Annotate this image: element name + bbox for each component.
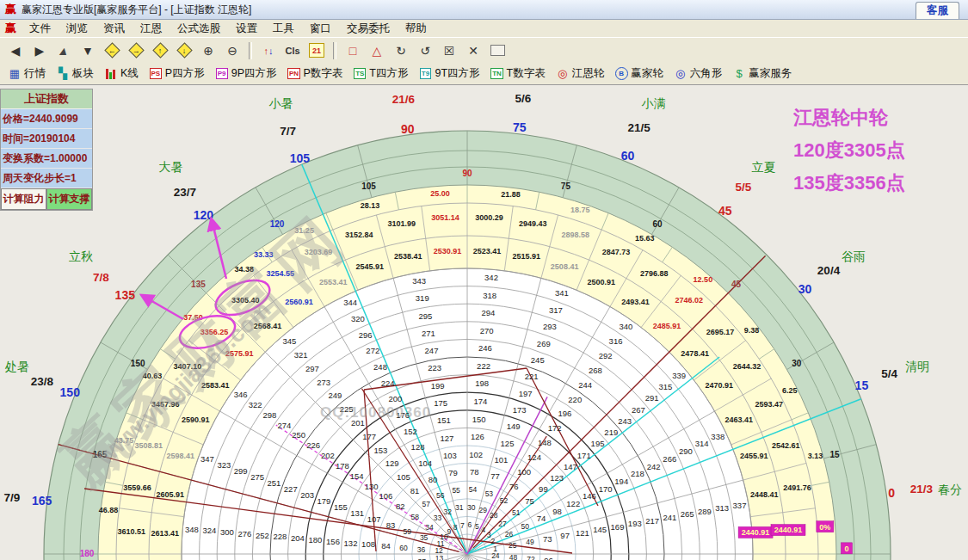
svg-text:165: 165 xyxy=(93,450,108,459)
menu-item-8[interactable]: 交易委托 xyxy=(339,22,398,36)
flag-up-icon[interactable]: ▲ xyxy=(50,40,77,61)
pan-right-icon[interactable]: → xyxy=(125,40,147,61)
view-button-winner-service[interactable]: $赢家服务 xyxy=(730,65,794,82)
back-icon[interactable]: ◀ xyxy=(4,40,27,61)
box-x-icon[interactable]: ☒ xyxy=(438,40,460,61)
svg-text:21/5: 21/5 xyxy=(628,121,651,134)
zoom-in-icon[interactable]: ⊕ xyxy=(197,40,219,61)
rotate-ccw-icon[interactable]: ↺ xyxy=(414,40,436,61)
view-button-winner-wheel[interactable]: B赢家轮 xyxy=(612,65,666,82)
triangle-tool-icon[interactable]: △ xyxy=(366,40,388,61)
svg-text:0%: 0% xyxy=(819,523,830,532)
view-button-9p-square[interactable]: P99P四方形 xyxy=(213,65,280,82)
svg-text:40.63: 40.63 xyxy=(143,372,163,380)
view-button-9t-square[interactable]: T99T四方形 xyxy=(416,65,482,82)
svg-text:147: 147 xyxy=(564,462,577,471)
svg-text:153: 153 xyxy=(373,446,387,455)
view-button-sectors[interactable]: ▚板块 xyxy=(53,65,96,82)
svg-text:60: 60 xyxy=(621,149,635,163)
menu-item-0[interactable]: 文件 xyxy=(22,22,59,36)
svg-text:105: 105 xyxy=(397,472,410,482)
svg-text:120: 120 xyxy=(270,219,285,229)
svg-text:29: 29 xyxy=(479,506,488,514)
view-button-hexagon[interactable]: ◎六角形 xyxy=(671,65,725,82)
svg-text:2530.91: 2530.91 xyxy=(434,247,462,255)
collapse-icon[interactable]: ✕ xyxy=(462,40,484,61)
svg-text:108: 108 xyxy=(361,539,375,549)
menu-item-5[interactable]: 设置 xyxy=(228,22,265,36)
menu-item-7[interactable]: 窗口 xyxy=(302,22,339,36)
svg-text:2949.43: 2949.43 xyxy=(519,219,547,228)
customer-service-tab[interactable]: 客服 xyxy=(916,2,959,19)
svg-text:150: 150 xyxy=(472,415,486,424)
svg-text:243: 243 xyxy=(618,416,632,426)
svg-text:2485.91: 2485.91 xyxy=(653,322,681,330)
svg-text:276: 276 xyxy=(237,529,251,538)
updown-icon[interactable]: ↑↓ xyxy=(257,40,280,61)
svg-text:197: 197 xyxy=(519,389,533,398)
svg-text:58: 58 xyxy=(410,513,419,521)
svg-text:221: 221 xyxy=(525,372,539,381)
svg-text:317: 317 xyxy=(549,305,563,315)
rotate-cw-icon[interactable]: ↻ xyxy=(390,40,412,61)
menu-item-3[interactable]: 江恩 xyxy=(133,22,170,36)
menu-item-1[interactable]: 浏览 xyxy=(59,22,96,36)
svg-text:297: 297 xyxy=(305,364,319,373)
window-title: 赢家江恩专业版[赢家服务平台] - [上证指数 江恩轮] xyxy=(22,3,251,17)
svg-text:131: 131 xyxy=(350,508,364,518)
pan-left-icon[interactable]: ← xyxy=(101,40,123,61)
board-icon[interactable] xyxy=(486,40,509,61)
view-button-p-table[interactable]: PNP数字表 xyxy=(284,65,345,82)
view-button-gann-wheel[interactable]: ◎江恩轮 xyxy=(553,65,607,82)
view-button-kline[interactable]: K线 xyxy=(102,65,141,82)
svg-text:98: 98 xyxy=(552,507,562,516)
svg-text:106: 106 xyxy=(379,491,393,501)
svg-text:100: 100 xyxy=(517,467,531,477)
svg-text:200: 200 xyxy=(388,394,402,403)
svg-text:3152.84: 3152.84 xyxy=(345,231,373,239)
svg-text:3000.29: 3000.29 xyxy=(475,213,503,222)
quotes-icon: ▦ xyxy=(8,67,22,80)
menu-item-2[interactable]: 资讯 xyxy=(96,22,133,36)
svg-text:177: 177 xyxy=(362,432,376,441)
svg-text:3457.96: 3457.96 xyxy=(151,400,180,409)
forward-icon[interactable]: ▶ xyxy=(28,40,51,61)
svg-text:7/8: 7/8 xyxy=(93,271,109,284)
svg-text:81: 81 xyxy=(410,486,420,495)
svg-text:174: 174 xyxy=(474,397,488,406)
square-tool-icon[interactable]: □ xyxy=(342,40,364,61)
flag-down-icon[interactable]: ▼ xyxy=(77,40,99,61)
view-button-t-table[interactable]: TNT数字表 xyxy=(488,65,548,82)
svg-text:224: 224 xyxy=(381,378,395,388)
svg-text:348: 348 xyxy=(185,525,199,534)
calc-resistance-button[interactable]: 计算阻力 xyxy=(1,188,46,210)
view-button-p-square[interactable]: PSP四方形 xyxy=(146,65,207,82)
calc-support-button[interactable]: 计算支撑 xyxy=(46,188,92,210)
calendar-icon[interactable]: 21 xyxy=(305,40,328,61)
zoom-out-icon[interactable]: ⊖ xyxy=(221,40,244,61)
svg-text:73: 73 xyxy=(543,534,552,544)
svg-text:53: 53 xyxy=(485,489,494,498)
menu-item-6[interactable]: 工具 xyxy=(265,22,302,36)
winner-wheel-label: 赢家轮 xyxy=(631,66,663,81)
pan-up-icon[interactable]: ↑ xyxy=(149,40,171,61)
cls-button[interactable]: Cls xyxy=(281,40,304,61)
svg-text:13: 13 xyxy=(435,554,444,560)
svg-text:谷雨: 谷雨 xyxy=(842,249,866,263)
view-button-t-square[interactable]: TST四方形 xyxy=(350,65,410,82)
gann-wheel-label: 江恩轮 xyxy=(572,66,605,81)
svg-text:处暑: 处暑 xyxy=(4,360,29,373)
svg-text:30: 30 xyxy=(798,282,812,296)
view-button-quotes[interactable]: ▦行情 xyxy=(5,65,48,82)
menu-item-4[interactable]: 公式选股 xyxy=(170,22,228,36)
svg-text:0: 0 xyxy=(888,486,895,500)
svg-text:314: 314 xyxy=(695,439,709,448)
svg-text:323: 323 xyxy=(217,460,231,470)
menu-item-9[interactable]: 帮助 xyxy=(398,22,435,36)
svg-text:228: 228 xyxy=(274,532,287,541)
menu-bar: 赢 文件浏览资讯江恩公式选股设置工具窗口交易委托帮助 xyxy=(0,20,968,38)
pan-down-icon[interactable]: ↓ xyxy=(173,40,195,61)
svg-text:3559.66: 3559.66 xyxy=(123,483,151,492)
svg-text:103: 103 xyxy=(443,451,457,460)
svg-text:130: 130 xyxy=(365,482,379,491)
